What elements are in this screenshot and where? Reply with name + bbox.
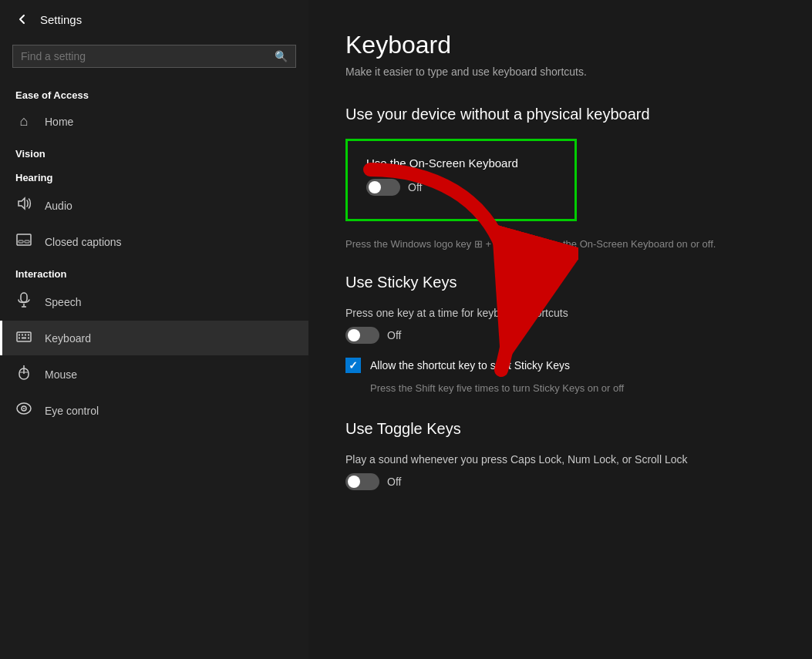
sidebar-header: Settings — [0, 0, 308, 39]
svg-point-20 — [23, 408, 25, 409]
on-screen-keyboard-helper: Press the Windows logo key ⊞ + Ctrl + O … — [345, 237, 775, 252]
svg-rect-8 — [22, 335, 23, 336]
toggle-keys-state: Off — [387, 476, 401, 488]
sidebar-item-speech[interactable]: Speech — [0, 283, 308, 321]
sidebar-item-closed-captions-label: Closed captions — [45, 236, 122, 248]
on-screen-keyboard-label: Use the On-Screen Keyboard — [366, 156, 556, 170]
sidebar-item-mouse-label: Mouse — [45, 368, 77, 381]
sidebar-item-audio[interactable]: Audio — [0, 187, 308, 224]
sticky-keys-shortcut-label: Allow the shortcut key to start Sticky K… — [370, 359, 570, 372]
section2-title: Use Sticky Keys — [345, 274, 775, 291]
page-subtitle: Make it easier to type and use keyboard … — [345, 66, 775, 78]
sidebar-item-keyboard[interactable]: Keyboard — [0, 321, 308, 355]
svg-rect-3 — [21, 293, 27, 302]
section-interaction: Interaction — [0, 259, 308, 283]
svg-rect-6 — [17, 332, 31, 341]
sticky-keys-shortcut-checkbox[interactable]: ✓ — [345, 358, 361, 373]
sticky-keys-shortcut-container[interactable]: ✓ Allow the shortcut key to start Sticky… — [345, 358, 775, 373]
toggle-keys-toggle[interactable] — [345, 473, 379, 490]
sidebar-item-audio-label: Audio — [45, 200, 72, 212]
main-wrapper: Keyboard Make it easier to type and use … — [308, 0, 812, 659]
sidebar: Settings 🔍 Ease of Access ⌂ Home Vision … — [0, 0, 308, 659]
sidebar-item-closed-captions[interactable]: Closed captions — [0, 224, 308, 259]
section3-title: Use Toggle Keys — [345, 420, 775, 438]
svg-rect-13 — [28, 338, 29, 339]
on-screen-keyboard-state: Off — [408, 181, 422, 193]
on-screen-keyboard-box: Use the On-Screen Keyboard Off — [345, 139, 577, 221]
sticky-keys-toggle-container: Off — [345, 327, 775, 344]
sticky-keys-desc: Press one key at a time for keyboard sho… — [345, 307, 775, 319]
svg-rect-7 — [19, 335, 20, 336]
on-screen-keyboard-toggle[interactable] — [366, 179, 400, 196]
sidebar-item-mouse[interactable]: Mouse — [0, 355, 308, 393]
svg-rect-1 — [19, 240, 23, 243]
mouse-icon — [15, 365, 32, 384]
back-button[interactable] — [15, 12, 29, 26]
page-title: Keyboard — [345, 31, 775, 59]
section1-title: Use your device without a physical keybo… — [345, 106, 775, 123]
toggle-keys-desc: Play a sound whenever you press Caps Loc… — [345, 453, 775, 466]
eye-control-icon — [15, 402, 32, 419]
keyboard-icon — [15, 330, 32, 346]
search-box[interactable]: 🔍 — [12, 45, 296, 68]
svg-rect-11 — [19, 338, 20, 339]
svg-rect-12 — [22, 338, 26, 339]
section-hearing: Hearing — [0, 163, 308, 187]
svg-rect-0 — [17, 234, 31, 245]
sidebar-item-eye-control[interactable]: Eye control — [0, 393, 308, 428]
sticky-keys-shortcut-section: ✓ Allow the shortcut key to start Sticky… — [345, 358, 775, 396]
sidebar-item-keyboard-label: Keyboard — [45, 332, 91, 345]
sticky-keys-shortcut-helper: Press the Shift key five times to turn S… — [370, 381, 775, 396]
svg-rect-10 — [28, 335, 29, 336]
checkbox-checkmark: ✓ — [349, 359, 358, 372]
sticky-keys-state: Off — [387, 329, 401, 341]
sidebar-item-home-label: Home — [45, 116, 73, 128]
closed-captions-icon — [15, 234, 32, 250]
sidebar-item-home[interactable]: ⌂ Home — [0, 104, 308, 139]
sidebar-item-speech-label: Speech — [45, 296, 81, 308]
sidebar-item-eye-control-label: Eye control — [45, 405, 99, 417]
main-content: Keyboard Make it easier to type and use … — [308, 0, 812, 529]
search-input[interactable] — [21, 50, 275, 62]
on-screen-keyboard-toggle-container: Off — [366, 179, 556, 196]
toggle-keys-toggle-container: Off — [345, 473, 775, 490]
audio-icon — [15, 196, 32, 215]
svg-rect-2 — [25, 240, 29, 243]
sidebar-title: Settings — [40, 13, 82, 26]
speech-icon — [15, 292, 32, 311]
section-ease-of-access: Ease of Access — [0, 80, 308, 104]
sticky-keys-toggle[interactable] — [345, 327, 379, 344]
home-icon: ⌂ — [15, 113, 32, 129]
search-icon: 🔍 — [275, 50, 288, 62]
svg-rect-9 — [25, 335, 26, 336]
section-vision: Vision — [0, 139, 308, 163]
